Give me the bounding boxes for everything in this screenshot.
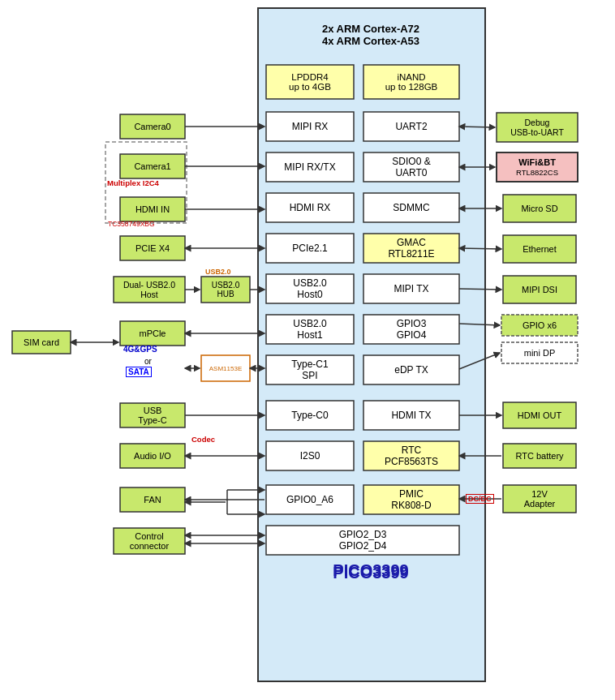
micro-sd-block: Micro SD xyxy=(503,195,576,222)
hdmi-out-block: HDMI OUT xyxy=(503,402,576,428)
gpio0-a6-block: GPIO0_A6 xyxy=(266,485,354,514)
gpio-x6-block: GPIO x6 xyxy=(501,315,578,336)
pcie-x4-block: PCIE X4 xyxy=(120,236,185,260)
usb20-host0-block: USB2.0Host0 xyxy=(266,274,354,303)
usb20-host1-block: USB2.0Host1 xyxy=(266,315,354,344)
debug-usb-block: DebugUSB-to-UART xyxy=(497,113,578,142)
mipi-dsi-block: MIPI DSI xyxy=(503,276,576,303)
gpio2-d3d4-block: GPIO2_D3GPIO2_D4 xyxy=(266,526,459,555)
svg-line-70 xyxy=(459,324,500,325)
usb20-hub-block: USB2.0HUB xyxy=(201,277,250,303)
hdmi-tx-block: HDMI TX xyxy=(363,401,459,430)
typec1-spi-block: Type-C1SPI xyxy=(266,355,354,384)
svg-line-71 xyxy=(459,353,500,369)
or-label: or xyxy=(144,357,152,366)
mipi-tx-block: MIPI TX xyxy=(363,274,459,303)
wifi-bt-block: WiFi&BTRTL8822CS xyxy=(497,152,578,182)
pmic-block: PMICRK808-D xyxy=(363,485,459,514)
cpu-line2: 4x ARM Cortex-A53 xyxy=(322,35,419,47)
tc358749-label: TC358749XBG xyxy=(108,220,155,228)
4g-gps-label: 4G&GPS xyxy=(123,345,157,354)
multiplex-label: Multiplex I2C4 xyxy=(107,178,159,187)
sim-card-block: SIM card xyxy=(12,331,71,354)
diagram: PICO3399 xyxy=(0,0,615,700)
rtc-battery-block: RTC battery xyxy=(503,444,576,468)
mipi-rx-block: MIPI RX xyxy=(266,112,354,141)
sdmmc-block: SDMMC xyxy=(363,193,459,222)
pcie21-block: PCIe2.1 xyxy=(266,234,354,263)
sdio0-block: SDIO0 &UART0 xyxy=(363,152,459,182)
svg-line-65 xyxy=(459,127,495,127)
gmac-block: GMACRTL8211E xyxy=(363,234,459,263)
cpu-line1: 2x ARM Cortex-A72 xyxy=(322,23,419,35)
camera1-block: Camera1 xyxy=(120,154,185,178)
fan-block: FAN xyxy=(120,487,185,512)
mini-dp-block: mini DP xyxy=(501,342,578,363)
pico3399-label: PICO3399 xyxy=(266,564,475,582)
dc-dc-label: DC/DC xyxy=(466,494,494,504)
rtc-block: RTCPCF8563TS xyxy=(363,441,459,470)
edp-tx-block: eDP TX xyxy=(363,355,459,384)
camera0-block: Camera0 xyxy=(120,114,185,139)
mpcle-block: mPCle xyxy=(120,321,185,346)
adapter-12v-block: 12VAdapter xyxy=(503,485,576,513)
i2s0-block: I2S0 xyxy=(266,441,354,470)
lpddr4-block: LPDDR4up to 4GB xyxy=(266,65,354,99)
control-connector-block: Controlconnector xyxy=(114,528,185,554)
audio-io-block: Audio I/O xyxy=(120,444,185,468)
usb-typec-block: USBType-C xyxy=(120,403,185,427)
svg-line-69 xyxy=(459,289,501,290)
mipi-rxtx-block: MIPI RX/TX xyxy=(266,152,354,182)
sata-label: SATA xyxy=(126,367,152,377)
codec-label: Codec xyxy=(191,435,215,444)
dual-usb-block: Dual- USB2.0Host xyxy=(114,277,185,303)
usb20-label: USB2.0 xyxy=(205,268,231,276)
hdmi-rx-block: HDMI RX xyxy=(266,193,354,222)
gpio34-block: GPIO3GPIO4 xyxy=(363,315,459,344)
asm1153e-label: ASM1153E xyxy=(201,355,250,381)
uart2-block: UART2 xyxy=(363,112,459,141)
hdmi-in-block: HDMI IN xyxy=(120,197,185,221)
typec0-block: Type-C0 xyxy=(266,401,354,430)
inand-block: iNANDup to 128GB xyxy=(363,65,459,99)
ethernet-block: Ethernet xyxy=(503,235,576,263)
cpu-title: 2x ARM Cortex-A72 4x ARM Cortex-A53 xyxy=(266,12,475,57)
svg-line-68 xyxy=(459,248,501,249)
